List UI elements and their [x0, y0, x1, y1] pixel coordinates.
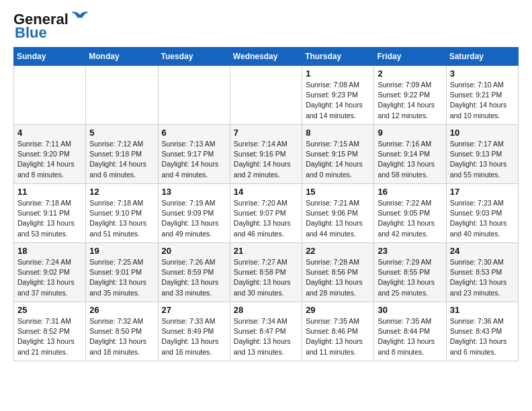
day-number: 26 [89, 305, 154, 315]
day-cell: 28Sunrise: 7:34 AM Sunset: 8:47 PM Dayli… [230, 302, 302, 361]
day-cell: 29Sunrise: 7:35 AM Sunset: 8:46 PM Dayli… [302, 302, 374, 361]
day-info: Sunrise: 7:26 AM Sunset: 8:59 PM Dayligh… [162, 257, 226, 298]
day-cell: 10Sunrise: 7:17 AM Sunset: 9:13 PM Dayli… [446, 125, 518, 184]
day-number: 31 [450, 305, 515, 315]
day-number: 4 [17, 128, 82, 138]
day-cell: 23Sunrise: 7:29 AM Sunset: 8:55 PM Dayli… [374, 243, 446, 302]
day-info: Sunrise: 7:35 AM Sunset: 8:46 PM Dayligh… [306, 316, 370, 357]
day-info: Sunrise: 7:36 AM Sunset: 8:43 PM Dayligh… [450, 316, 515, 357]
day-cell: 21Sunrise: 7:27 AM Sunset: 8:58 PM Dayli… [230, 243, 302, 302]
day-cell: 7Sunrise: 7:14 AM Sunset: 9:16 PM Daylig… [230, 125, 302, 184]
day-cell: 24Sunrise: 7:30 AM Sunset: 8:53 PM Dayli… [446, 243, 518, 302]
day-number: 16 [378, 187, 442, 197]
day-number: 5 [89, 128, 154, 138]
day-number: 22 [306, 246, 370, 256]
day-cell: 11Sunrise: 7:18 AM Sunset: 9:11 PM Dayli… [14, 184, 86, 243]
col-header-friday: Friday [374, 48, 446, 66]
day-info: Sunrise: 7:22 AM Sunset: 9:05 PM Dayligh… [378, 198, 442, 239]
day-number: 27 [162, 305, 226, 315]
day-cell: 25Sunrise: 7:31 AM Sunset: 8:52 PM Dayli… [14, 302, 86, 361]
col-header-saturday: Saturday [446, 48, 518, 66]
day-number: 25 [17, 305, 82, 315]
day-number: 10 [450, 128, 515, 138]
calendar-table: SundayMondayTuesdayWednesdayThursdayFrid… [13, 47, 519, 361]
day-cell: 3Sunrise: 7:10 AM Sunset: 9:21 PM Daylig… [446, 66, 518, 125]
day-info: Sunrise: 7:18 AM Sunset: 9:10 PM Dayligh… [89, 198, 154, 239]
day-info: Sunrise: 7:11 AM Sunset: 9:20 PM Dayligh… [17, 139, 82, 180]
day-info: Sunrise: 7:10 AM Sunset: 9:21 PM Dayligh… [450, 80, 515, 121]
day-info: Sunrise: 7:12 AM Sunset: 9:18 PM Dayligh… [89, 139, 154, 180]
day-cell: 14Sunrise: 7:20 AM Sunset: 9:07 PM Dayli… [230, 184, 302, 243]
day-info: Sunrise: 7:23 AM Sunset: 9:03 PM Dayligh… [450, 198, 515, 239]
day-number: 6 [162, 128, 226, 138]
logo: General Blue [13, 11, 90, 42]
day-cell: 12Sunrise: 7:18 AM Sunset: 9:10 PM Dayli… [86, 184, 158, 243]
day-number: 11 [17, 187, 82, 197]
day-cell: 22Sunrise: 7:28 AM Sunset: 8:56 PM Dayli… [302, 243, 374, 302]
day-number: 3 [450, 68, 515, 79]
day-cell: 16Sunrise: 7:22 AM Sunset: 9:05 PM Dayli… [374, 184, 446, 243]
day-info: Sunrise: 7:08 AM Sunset: 9:23 PM Dayligh… [306, 80, 370, 121]
day-number: 20 [162, 246, 226, 256]
day-info: Sunrise: 7:17 AM Sunset: 9:13 PM Dayligh… [450, 139, 515, 180]
col-header-sunday: Sunday [14, 48, 86, 66]
col-header-tuesday: Tuesday [158, 48, 230, 66]
day-cell: 15Sunrise: 7:21 AM Sunset: 9:06 PM Dayli… [302, 184, 374, 243]
day-info: Sunrise: 7:13 AM Sunset: 9:17 PM Dayligh… [162, 139, 226, 180]
day-info: Sunrise: 7:19 AM Sunset: 9:09 PM Dayligh… [162, 198, 226, 239]
day-info: Sunrise: 7:18 AM Sunset: 9:11 PM Dayligh… [17, 198, 82, 239]
col-header-thursday: Thursday [302, 48, 374, 66]
day-number: 29 [306, 305, 370, 315]
day-info: Sunrise: 7:15 AM Sunset: 9:15 PM Dayligh… [306, 139, 370, 180]
day-number: 19 [89, 246, 154, 256]
day-cell: 26Sunrise: 7:32 AM Sunset: 8:50 PM Dayli… [86, 302, 158, 361]
logo-blue: Blue [15, 24, 47, 42]
day-number: 21 [234, 246, 298, 256]
logo-bird-icon [70, 9, 90, 24]
week-row-5: 25Sunrise: 7:31 AM Sunset: 8:52 PM Dayli… [14, 302, 519, 361]
day-cell [86, 66, 158, 125]
week-row-4: 18Sunrise: 7:24 AM Sunset: 9:02 PM Dayli… [14, 243, 519, 302]
week-row-1: 1Sunrise: 7:08 AM Sunset: 9:23 PM Daylig… [14, 66, 519, 125]
day-cell: 17Sunrise: 7:23 AM Sunset: 9:03 PM Dayli… [446, 184, 518, 243]
page-header: General Blue [13, 11, 519, 42]
day-cell: 30Sunrise: 7:35 AM Sunset: 8:44 PM Dayli… [374, 302, 446, 361]
day-number: 30 [378, 305, 442, 315]
header-row: SundayMondayTuesdayWednesdayThursdayFrid… [14, 48, 519, 66]
day-number: 28 [234, 305, 298, 315]
day-info: Sunrise: 7:25 AM Sunset: 9:01 PM Dayligh… [89, 257, 154, 298]
day-info: Sunrise: 7:29 AM Sunset: 8:55 PM Dayligh… [378, 257, 442, 298]
col-header-monday: Monday [86, 48, 158, 66]
day-cell: 5Sunrise: 7:12 AM Sunset: 9:18 PM Daylig… [86, 125, 158, 184]
day-cell: 4Sunrise: 7:11 AM Sunset: 9:20 PM Daylig… [14, 125, 86, 184]
day-cell: 2Sunrise: 7:09 AM Sunset: 9:22 PM Daylig… [374, 66, 446, 125]
day-info: Sunrise: 7:14 AM Sunset: 9:16 PM Dayligh… [234, 139, 298, 180]
day-number: 8 [306, 128, 370, 138]
day-cell: 1Sunrise: 7:08 AM Sunset: 9:23 PM Daylig… [302, 66, 374, 125]
day-cell: 27Sunrise: 7:33 AM Sunset: 8:49 PM Dayli… [158, 302, 230, 361]
day-info: Sunrise: 7:27 AM Sunset: 8:58 PM Dayligh… [234, 257, 298, 298]
day-cell: 9Sunrise: 7:16 AM Sunset: 9:14 PM Daylig… [374, 125, 446, 184]
day-number: 2 [378, 68, 442, 79]
day-cell [158, 66, 230, 125]
day-info: Sunrise: 7:09 AM Sunset: 9:22 PM Dayligh… [378, 80, 442, 121]
day-number: 15 [306, 187, 370, 197]
day-info: Sunrise: 7:35 AM Sunset: 8:44 PM Dayligh… [378, 316, 442, 357]
day-number: 7 [234, 128, 298, 138]
day-cell: 6Sunrise: 7:13 AM Sunset: 9:17 PM Daylig… [158, 125, 230, 184]
col-header-wednesday: Wednesday [230, 48, 302, 66]
day-info: Sunrise: 7:32 AM Sunset: 8:50 PM Dayligh… [89, 316, 154, 357]
day-cell: 20Sunrise: 7:26 AM Sunset: 8:59 PM Dayli… [158, 243, 230, 302]
day-number: 14 [234, 187, 298, 197]
day-cell: 18Sunrise: 7:24 AM Sunset: 9:02 PM Dayli… [14, 243, 86, 302]
day-number: 17 [450, 187, 515, 197]
day-cell: 8Sunrise: 7:15 AM Sunset: 9:15 PM Daylig… [302, 125, 374, 184]
day-cell [14, 66, 86, 125]
day-info: Sunrise: 7:28 AM Sunset: 8:56 PM Dayligh… [306, 257, 370, 298]
day-info: Sunrise: 7:34 AM Sunset: 8:47 PM Dayligh… [234, 316, 298, 357]
day-cell: 19Sunrise: 7:25 AM Sunset: 9:01 PM Dayli… [86, 243, 158, 302]
day-info: Sunrise: 7:16 AM Sunset: 9:14 PM Dayligh… [378, 139, 442, 180]
day-info: Sunrise: 7:24 AM Sunset: 9:02 PM Dayligh… [17, 257, 82, 298]
week-row-3: 11Sunrise: 7:18 AM Sunset: 9:11 PM Dayli… [14, 184, 519, 243]
day-number: 1 [306, 68, 370, 79]
